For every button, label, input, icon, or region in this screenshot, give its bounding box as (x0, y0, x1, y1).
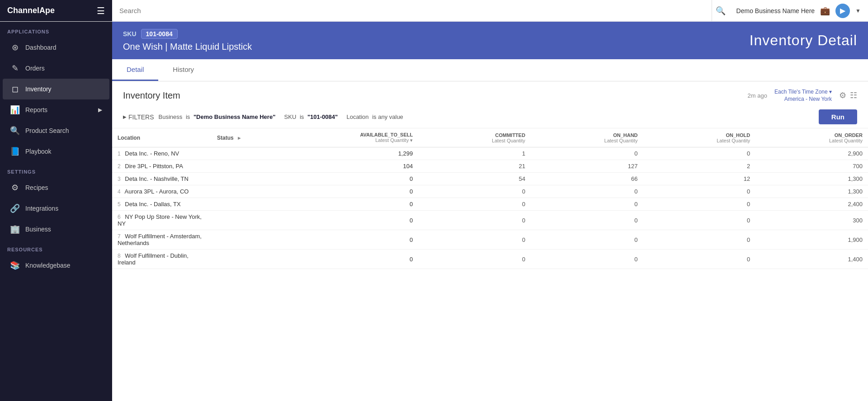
search-icon[interactable]: 🔍 (712, 6, 729, 16)
cell-status (212, 211, 257, 230)
status-sort-icon: ► (237, 135, 242, 141)
sidebar-label-dashboard: Dashboard (25, 44, 57, 51)
col-header-on-hand[interactable]: ON_HAND Latest Quantity (531, 128, 643, 147)
product-name: One Wish | Matte Liquid Lipstick (123, 42, 252, 52)
user-avatar[interactable]: ▶ (835, 4, 850, 18)
sidebar-item-business[interactable]: 🏢 Business (3, 219, 109, 240)
cell-location: 1 Deta Inc. - Reno, NV (112, 147, 212, 160)
cell-on-hold: 0 (643, 211, 756, 230)
sidebar-item-reports[interactable]: 📊 Reports ▶ (3, 99, 109, 120)
sidebar-item-recipes[interactable]: ⚙ Recipes (3, 177, 109, 198)
col-header-on-order[interactable]: ON_ORDER Latest Quantity (755, 128, 868, 147)
cell-available-to-sell: 0 (257, 173, 418, 185)
sidebar-section-resources: RESOURCES (0, 240, 112, 255)
content-area: SKU 101-0084 One Wish | Matte Liquid Lip… (112, 22, 868, 401)
header-left: SKU 101-0084 One Wish | Matte Liquid Lip… (123, 29, 252, 52)
timezone-label[interactable]: Each Tile's Time Zone ▾ (774, 89, 832, 95)
user-menu-chevron-icon[interactable]: ▼ (855, 8, 861, 14)
business-icon: 🏢 (10, 224, 20, 234)
cell-on-hold: 2 (643, 160, 756, 173)
reports-chevron-icon: ▶ (98, 107, 102, 113)
sidebar-item-inventory[interactable]: ◻ Inventory (3, 79, 109, 99)
cell-on-hold: 0 (643, 198, 756, 211)
run-button[interactable]: Run (819, 109, 857, 124)
cell-location: 5 Deta Inc. - Dallas, TX (112, 198, 212, 211)
sidebar-logo: ChannelApe ☰ (0, 0, 112, 21)
inventory-icon: ◻ (10, 84, 20, 94)
col-header-location: Location (112, 128, 212, 147)
sku-row: SKU 101-0084 (123, 29, 252, 39)
sidebar-label-orders: Orders (25, 65, 45, 72)
playbook-icon: 📘 (10, 146, 20, 156)
cell-location: 7 Wolf Fulfillment - Amsterdam, Netherla… (112, 230, 212, 250)
topbar: ChannelApe ☰ 🔍 Demo Business Name Here 💼… (0, 0, 868, 22)
cell-available-to-sell: 0 (257, 230, 418, 250)
sidebar-section-applications: APPLICATIONS (0, 22, 112, 37)
filter-chevron-icon: ▶ (123, 114, 127, 119)
cell-status (212, 147, 257, 160)
main-layout: APPLICATIONS ⊛ Dashboard ✎ Orders ◻ Inve… (0, 22, 868, 401)
cell-status (212, 160, 257, 173)
filter-business: Business is "Demo Business Name Here" (159, 113, 276, 120)
cell-committed: 0 (418, 250, 531, 269)
cell-available-to-sell: 0 (257, 185, 418, 198)
cell-available-to-sell: 104 (257, 160, 418, 173)
cell-status (212, 185, 257, 198)
sidebar-label-knowledgebase: Knowledgebase (25, 262, 71, 269)
sidebar-item-integrations[interactable]: 🔗 Integrations (3, 198, 109, 219)
cell-on-hold: 0 (643, 185, 756, 198)
filter-tags: Business is "Demo Business Name Here" SK… (159, 113, 403, 120)
table-row[interactable]: 5 Deta Inc. - Dallas, TX 0 0 0 0 2,400 (112, 198, 868, 211)
tab-detail[interactable]: Detail (112, 59, 158, 81)
business-icon: 💼 (820, 6, 830, 16)
table-row[interactable]: 7 Wolf Fulfillment - Amsterdam, Netherla… (112, 230, 868, 250)
cell-on-order: 2,900 (755, 147, 868, 160)
reports-icon: 📊 (10, 105, 20, 115)
table-row[interactable]: 8 Wolf Fulfillment - Dublin, Ireland 0 0… (112, 250, 868, 269)
tabs-bar: Detail History (112, 59, 868, 81)
table-row[interactable]: 4 Aurora 3PL - Aurora, CO 0 0 0 0 1,300 (112, 185, 868, 198)
search-input[interactable] (119, 7, 704, 14)
table-area: Inventory Item 2m ago Each Tile's Time Z… (112, 81, 868, 401)
inventory-item-header: Inventory Item 2m ago Each Tile's Time Z… (112, 81, 868, 106)
grid-view-icon[interactable]: ☷ (850, 90, 857, 100)
sidebar-item-dashboard[interactable]: ⊛ Dashboard (3, 37, 109, 58)
cell-on-hand: 0 (531, 185, 643, 198)
page-title: Inventory Detail (750, 32, 857, 49)
sidebar-item-orders[interactable]: ✎ Orders (3, 58, 109, 79)
cell-on-hold: 12 (643, 173, 756, 185)
table-header-icons: ⚙ ☷ (839, 90, 857, 100)
cell-committed: 0 (418, 211, 531, 230)
search-bar (112, 0, 712, 21)
col-header-status[interactable]: Status ► (212, 128, 257, 147)
sidebar-item-knowledgebase[interactable]: 📚 Knowledgebase (3, 255, 109, 276)
table-row[interactable]: 2 Dire 3PL - Pittston, PA 104 21 127 2 7… (112, 160, 868, 173)
integrations-icon: 🔗 (10, 203, 20, 213)
sidebar-item-playbook[interactable]: 📘 Playbook (3, 141, 109, 162)
col-header-committed[interactable]: COMMITTED Latest Quantity (418, 128, 531, 147)
settings-icon[interactable]: ⚙ (839, 90, 846, 100)
inventory-table: Location Status ► AVAILABLE_TO_SELL Late… (112, 128, 868, 269)
cell-location: 4 Aurora 3PL - Aurora, CO (112, 185, 212, 198)
tab-history[interactable]: History (158, 59, 208, 81)
sidebar-item-product-search[interactable]: 🔍 Product Search (3, 120, 109, 141)
table-row[interactable]: 1 Deta Inc. - Reno, NV 1,299 1 0 0 2,900 (112, 147, 868, 160)
business-name: Demo Business Name Here (736, 7, 815, 14)
table-row[interactable]: 6 NY Pop Up Store - New York, NY 0 0 0 0… (112, 211, 868, 230)
cell-on-hold: 0 (643, 250, 756, 269)
col-header-on-hold[interactable]: ON_HOLD Latest Quantity (643, 128, 756, 147)
filter-toggle[interactable]: ▶ FILTERS (123, 113, 154, 121)
cell-committed: 0 (418, 185, 531, 198)
cell-on-order: 1,900 (755, 230, 868, 250)
table-row[interactable]: 3 Deta Inc. - Nashville, TN 0 54 66 12 1… (112, 173, 868, 185)
cell-on-order: 700 (755, 160, 868, 173)
timezone-value: America - New York (784, 96, 832, 102)
orders-icon: ✎ (10, 63, 20, 73)
sidebar-label-inventory: Inventory (25, 85, 52, 93)
inventory-item-title: Inventory Item (123, 90, 180, 101)
cell-status (212, 230, 257, 250)
col-header-available-to-sell[interactable]: AVAILABLE_TO_SELL Latest Quantity ▾ (257, 128, 418, 147)
menu-icon[interactable]: ☰ (97, 5, 105, 16)
cell-location: 8 Wolf Fulfillment - Dublin, Ireland (112, 250, 212, 269)
cell-committed: 0 (418, 230, 531, 250)
